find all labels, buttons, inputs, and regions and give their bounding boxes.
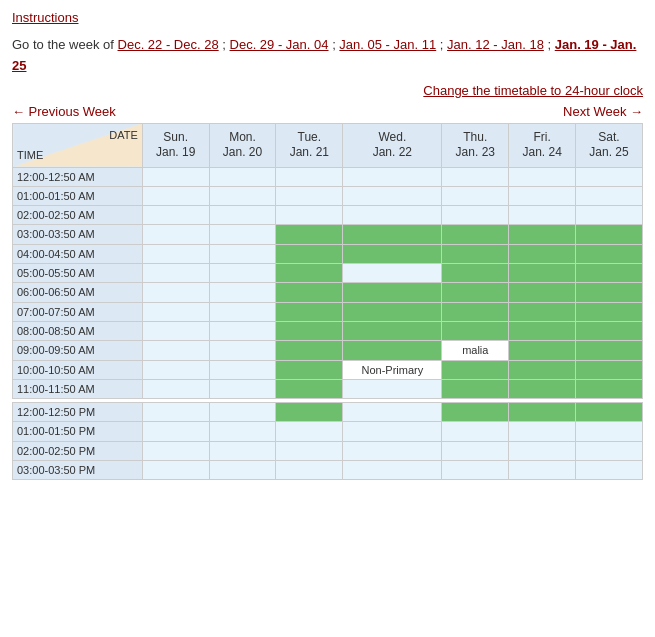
schedule-cell[interactable] [276,302,343,321]
week-link-1[interactable]: Dec. 22 - Dec. 28 [118,37,219,52]
schedule-cell[interactable] [509,321,576,340]
schedule-cell[interactable] [576,206,643,225]
schedule-cell[interactable] [576,167,643,186]
schedule-cell[interactable] [343,283,442,302]
week-link-2[interactable]: Dec. 29 - Jan. 04 [230,37,329,52]
schedule-cell[interactable] [209,379,276,398]
schedule-cell[interactable] [209,302,276,321]
time-cell[interactable]: 06:00-06:50 AM [13,283,143,302]
schedule-cell[interactable] [576,422,643,441]
schedule-cell[interactable] [509,461,576,480]
schedule-cell[interactable] [276,341,343,360]
schedule-cell[interactable] [509,244,576,263]
schedule-cell[interactable] [343,461,442,480]
schedule-cell[interactable] [576,360,643,379]
week-link-3[interactable]: Jan. 05 - Jan. 11 [339,37,436,52]
schedule-cell[interactable] [343,186,442,205]
time-cell[interactable]: 02:00-02:50 PM [13,441,143,460]
schedule-cell[interactable] [509,441,576,460]
schedule-cell[interactable] [142,283,209,302]
schedule-cell[interactable] [442,264,509,283]
schedule-cell[interactable] [343,206,442,225]
schedule-cell[interactable] [209,244,276,263]
schedule-cell[interactable] [442,321,509,340]
schedule-cell[interactable] [209,403,276,422]
schedule-cell[interactable] [442,461,509,480]
schedule-cell[interactable] [343,264,442,283]
prev-week-link[interactable]: ← Previous Week [12,104,116,119]
schedule-cell[interactable] [209,461,276,480]
schedule-cell[interactable] [276,283,343,302]
schedule-cell[interactable] [142,302,209,321]
schedule-cell[interactable] [142,341,209,360]
schedule-cell[interactable] [209,341,276,360]
schedule-cell[interactable] [509,264,576,283]
schedule-cell[interactable] [442,244,509,263]
schedule-cell[interactable] [209,422,276,441]
schedule-cell[interactable] [509,167,576,186]
schedule-cell[interactable] [142,360,209,379]
schedule-cell[interactable] [209,167,276,186]
schedule-cell[interactable] [209,206,276,225]
schedule-cell[interactable] [142,186,209,205]
schedule-cell[interactable] [576,302,643,321]
schedule-cell[interactable] [209,360,276,379]
schedule-cell[interactable] [576,264,643,283]
time-cell[interactable]: 09:00-09:50 AM [13,341,143,360]
schedule-cell[interactable] [142,403,209,422]
schedule-cell[interactable]: Non-Primary [343,360,442,379]
schedule-cell[interactable] [509,403,576,422]
schedule-cell[interactable] [209,283,276,302]
time-cell[interactable]: 11:00-11:50 AM [13,379,143,398]
schedule-cell[interactable] [142,461,209,480]
schedule-cell[interactable] [509,206,576,225]
schedule-cell[interactable] [276,225,343,244]
schedule-cell[interactable] [142,244,209,263]
schedule-cell[interactable] [276,461,343,480]
time-cell[interactable]: 10:00-10:50 AM [13,360,143,379]
schedule-cell[interactable] [142,206,209,225]
schedule-cell[interactable] [509,360,576,379]
schedule-cell[interactable] [576,341,643,360]
schedule-cell[interactable] [343,441,442,460]
schedule-cell[interactable] [576,441,643,460]
schedule-cell[interactable] [576,461,643,480]
schedule-cell[interactable] [442,283,509,302]
schedule-cell[interactable] [442,302,509,321]
schedule-cell[interactable] [209,264,276,283]
schedule-cell[interactable] [442,379,509,398]
schedule-cell[interactable] [276,206,343,225]
schedule-cell[interactable] [442,441,509,460]
time-cell[interactable]: 07:00-07:50 AM [13,302,143,321]
schedule-cell[interactable] [576,244,643,263]
schedule-cell[interactable] [442,360,509,379]
schedule-cell[interactable] [343,302,442,321]
schedule-cell[interactable] [276,360,343,379]
time-cell[interactable]: 12:00-12:50 AM [13,167,143,186]
schedule-cell[interactable] [276,167,343,186]
schedule-cell[interactable] [142,225,209,244]
schedule-cell[interactable] [509,341,576,360]
schedule-cell[interactable] [509,422,576,441]
schedule-cell[interactable] [276,403,343,422]
schedule-cell[interactable] [142,167,209,186]
schedule-cell[interactable] [442,225,509,244]
schedule-cell[interactable] [576,321,643,340]
schedule-cell[interactable] [343,379,442,398]
time-cell[interactable]: 04:00-04:50 AM [13,244,143,263]
schedule-cell[interactable] [576,186,643,205]
schedule-cell[interactable] [576,225,643,244]
schedule-cell[interactable] [209,225,276,244]
time-cell[interactable]: 02:00-02:50 AM [13,206,143,225]
schedule-cell[interactable] [276,422,343,441]
schedule-cell[interactable] [343,321,442,340]
schedule-cell[interactable] [276,441,343,460]
schedule-cell[interactable] [209,186,276,205]
schedule-cell[interactable] [343,244,442,263]
schedule-cell[interactable] [142,422,209,441]
time-cell[interactable]: 01:00-01:50 PM [13,422,143,441]
time-cell[interactable]: 08:00-08:50 AM [13,321,143,340]
time-cell[interactable]: 12:00-12:50 PM [13,403,143,422]
schedule-cell[interactable] [142,264,209,283]
schedule-cell[interactable] [276,244,343,263]
